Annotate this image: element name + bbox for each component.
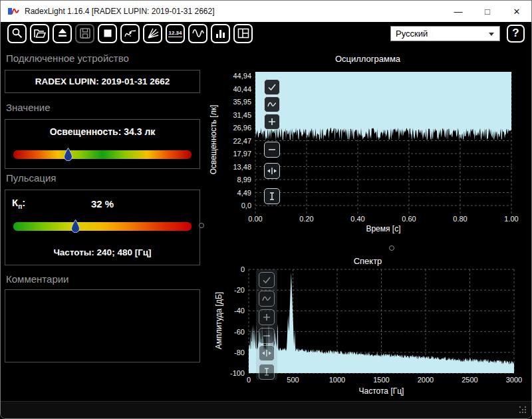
svg-text:-20: -20 xyxy=(234,286,245,294)
svg-text:0: 0 xyxy=(241,265,245,273)
minimize-button[interactable]: — xyxy=(444,1,473,22)
device-section-header: Подключенное устройство xyxy=(6,53,200,64)
spec-fit-width-button[interactable] xyxy=(259,345,275,361)
curve-icon xyxy=(261,293,272,304)
svg-text:31,45: 31,45 xyxy=(233,111,251,119)
osc-fit-width-button[interactable] xyxy=(264,163,280,179)
rays-view-button[interactable] xyxy=(143,24,162,43)
spec-zoom-out-button[interactable] xyxy=(259,328,275,344)
app-icon xyxy=(7,5,19,17)
spec-zoom-in-button[interactable] xyxy=(259,309,275,325)
curve-marker-icon xyxy=(124,27,137,40)
pulsation-section-header: Пульсация xyxy=(6,172,200,184)
wave-icon xyxy=(192,27,205,40)
svg-text:13,48: 13,48 xyxy=(233,163,251,171)
osc-scale-button[interactable] xyxy=(264,96,280,112)
svg-text:-80: -80 xyxy=(234,349,245,356)
svg-text:0.60: 0.60 xyxy=(402,215,416,223)
svg-text:40,44: 40,44 xyxy=(233,85,251,93)
illuminance-scale xyxy=(13,150,192,159)
osc-zoom-in-button[interactable] xyxy=(264,114,280,130)
stop-icon xyxy=(101,27,114,40)
maximize-button[interactable]: □ xyxy=(473,1,502,22)
svg-text:17,97: 17,97 xyxy=(233,150,251,158)
osc-select-button[interactable] xyxy=(264,79,280,95)
plus-icon xyxy=(267,116,277,127)
svg-text:22,47: 22,47 xyxy=(233,137,251,145)
window-title: RadexLight 1.16.4 [RADEX LUPIN: 2019-01-… xyxy=(25,7,215,16)
language-select[interactable]: Русский xyxy=(390,26,500,41)
spectrum-view-button[interactable] xyxy=(211,24,230,43)
comments-box[interactable] xyxy=(5,289,200,362)
svg-text:1500: 1500 xyxy=(373,376,389,384)
kp-value: 32 % xyxy=(5,198,200,210)
svg-text:2000: 2000 xyxy=(418,376,434,384)
close-button[interactable]: ✕ xyxy=(502,1,531,22)
oscillogram-view-button[interactable] xyxy=(188,24,207,43)
curve-icon xyxy=(267,99,277,110)
spec-cursor-button[interactable] xyxy=(259,364,275,380)
status-bar xyxy=(1,401,531,418)
resize-grip[interactable] xyxy=(519,406,527,414)
plus-icon xyxy=(261,312,272,323)
open-file-button[interactable] xyxy=(30,24,49,43)
value-section-header: Значение xyxy=(6,102,200,113)
illuminance-gradient-bar xyxy=(13,150,192,159)
ibeam-icon xyxy=(267,191,277,202)
svg-text:1.00: 1.00 xyxy=(504,215,518,223)
signal-marker-button[interactable] xyxy=(120,24,140,43)
illuminance-reading: Освещенность: 34.3 лк xyxy=(5,126,200,137)
spec-scale-button[interactable] xyxy=(259,291,275,307)
svg-text:-60: -60 xyxy=(234,328,245,336)
fit-horizontal-icon xyxy=(267,166,277,176)
frequencies-text: Частоты: 240; 480 [Гц] xyxy=(5,247,200,257)
pulsation-gradient-bar xyxy=(13,222,192,231)
check-icon xyxy=(261,275,272,285)
panel-splitter-handle[interactable] xyxy=(199,223,204,228)
check-icon xyxy=(267,82,277,92)
svg-text:4,49: 4,49 xyxy=(237,189,251,197)
numeric-display-button[interactable]: 12.34 xyxy=(166,24,185,43)
spectrum-xlabel: Частота [Гц] xyxy=(249,386,514,396)
eject-device-button[interactable] xyxy=(53,24,72,43)
svg-text:2500: 2500 xyxy=(462,376,477,384)
svg-text:3000: 3000 xyxy=(506,376,522,384)
spectrum-chart: Спектр Амплитуда [дБ] 0-20-40-60-80-1000… xyxy=(205,255,530,401)
oscillogram-plot[interactable]: 44,9440,4435,9531,4526,9622,4717,9713,48… xyxy=(205,54,530,253)
layout-view-button[interactable] xyxy=(233,24,253,43)
stop-button[interactable] xyxy=(98,24,117,43)
oscillogram-xlabel: Время [с] xyxy=(255,224,511,233)
eject-icon xyxy=(56,27,69,40)
svg-text:0.80: 0.80 xyxy=(453,215,467,223)
svg-text:0.00: 0.00 xyxy=(248,215,262,223)
svg-text:500: 500 xyxy=(287,376,299,384)
svg-text:26,96: 26,96 xyxy=(233,124,251,132)
svg-text:8,99: 8,99 xyxy=(237,176,251,184)
titlebar: RadexLight 1.16.4 [RADEX LUPIN: 2019-01-… xyxy=(1,1,531,22)
svg-text:0,0: 0,0 xyxy=(241,202,251,210)
svg-text:44,94: 44,94 xyxy=(233,72,251,80)
comments-section-header: Комментарии xyxy=(6,273,200,285)
pulsation-marker xyxy=(71,219,80,233)
svg-text:0.20: 0.20 xyxy=(299,215,313,223)
osc-zoom-out-button[interactable] xyxy=(264,142,280,158)
zoom-tool-button[interactable] xyxy=(7,24,27,43)
rays-icon xyxy=(146,27,160,40)
language-value: Русский xyxy=(396,29,428,39)
device-name-box: RADEX LUPIN: 2019-01-31 2662 xyxy=(5,70,200,93)
pulsation-scale xyxy=(13,222,192,231)
toolbar: 12.34 Русский ? xyxy=(1,22,531,45)
spectrum-plot[interactable]: 0-20-40-60-80-10005001000150020002500300… xyxy=(205,255,530,401)
minus-icon xyxy=(267,144,277,155)
fit-horizontal-icon xyxy=(261,348,272,358)
pulsation-box: Кп: 32 % Частоты: 240; 480 [Гц] xyxy=(5,190,200,265)
numeric-display-label: 12.34 xyxy=(168,30,182,37)
bars-icon xyxy=(214,27,227,40)
spec-select-button[interactable] xyxy=(259,272,275,288)
save-button[interactable] xyxy=(75,24,94,43)
svg-text:-100: -100 xyxy=(230,369,245,377)
panels-icon xyxy=(237,27,250,40)
osc-cursor-button[interactable] xyxy=(264,188,280,204)
help-button[interactable]: ? xyxy=(507,25,525,43)
svg-text:0.40: 0.40 xyxy=(350,215,364,223)
